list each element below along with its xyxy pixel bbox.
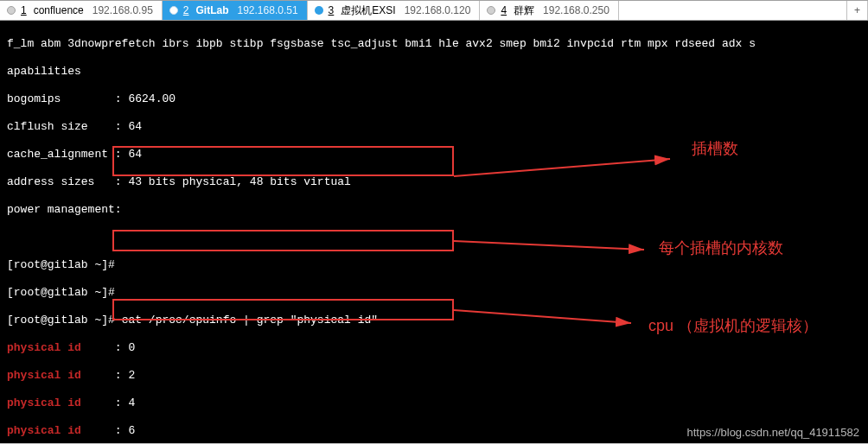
tab-gitlab[interactable]: 2 GitLab 192.168.0.51 <box>163 1 308 20</box>
add-tab-button[interactable]: + <box>847 1 868 20</box>
status-dot <box>7 6 16 15</box>
tab-title: 群辉 <box>514 3 534 18</box>
out-key: physical id <box>7 424 81 437</box>
tab-ip: 192.168.0.95 <box>93 4 153 16</box>
status-dot <box>487 6 495 15</box>
kv-key: bogomips <box>7 92 115 105</box>
tab-ip: 192.168.0.120 <box>405 4 471 16</box>
tab-ip: 192.168.0.250 <box>543 4 610 16</box>
status-dot <box>169 6 178 15</box>
cpu-flags-line: f_lm abm 3dnowprefetch ibrs ibpb stibp f… <box>7 37 863 51</box>
tab-ip: 192.168.0.51 <box>238 4 298 16</box>
tab-bar: 1 confluence 192.168.0.95 2 GitLab 192.1… <box>0 0 868 21</box>
status-dot <box>315 6 323 15</box>
out-pad <box>81 424 115 437</box>
tab-title: 虚拟机EXSI <box>341 3 395 18</box>
out-key: physical id <box>7 396 81 409</box>
out-val: : 2 <box>115 369 135 382</box>
svg-line-0 <box>454 159 670 176</box>
out-key: physical id <box>7 341 81 354</box>
annotation-processor: cpu （虚拟机的逻辑核） <box>648 319 818 333</box>
tab-title: confluence <box>34 4 84 16</box>
kv-key: address sizes <box>7 175 115 188</box>
annotation-cores: 每个插槽的内核数 <box>659 241 783 255</box>
kv-key: clflush size <box>7 120 115 133</box>
out-val: : 6 <box>115 424 135 437</box>
tab-spacer <box>619 1 847 20</box>
cmd-physical-id: cat /proc/cpuinfo | grep "physical id" <box>115 314 378 327</box>
out-val: : 0 <box>115 341 135 354</box>
kv-key: power management: <box>7 203 122 216</box>
watermark: https://blog.csdn.net/qq_41911582 <box>687 426 860 440</box>
tab-num: 4 <box>501 4 507 16</box>
tab-num: 3 <box>329 4 335 16</box>
out-val: : 4 <box>115 396 135 409</box>
out-pad <box>81 341 115 354</box>
tab-title: GitLab <box>196 4 229 16</box>
plus-icon: + <box>854 4 860 16</box>
tab-num: 2 <box>183 4 189 16</box>
tab-num: 1 <box>21 4 27 16</box>
prompt: [root@gitlab ~]# <box>7 314 115 327</box>
prompt: [root@gitlab ~]# <box>7 286 115 299</box>
kv-val: : 43 bits physical, 48 bits virtual <box>115 175 351 188</box>
tab-synology[interactable]: 4 群辉 192.168.0.250 <box>480 1 618 20</box>
kv-val: : 64 <box>115 120 142 133</box>
out-pad <box>81 396 115 409</box>
out-key: physical id <box>7 369 81 382</box>
terminal[interactable]: f_lm abm 3dnowprefetch ibrs ibpb stibp f… <box>0 21 868 443</box>
prompt: [root@gitlab ~]# <box>7 258 115 271</box>
out-pad <box>81 369 115 382</box>
kv-val: : 64 <box>115 148 142 161</box>
tab-confluence[interactable]: 1 confluence 192.168.0.95 <box>0 1 163 20</box>
annotation-slots: 插槽数 <box>692 142 738 155</box>
kv-val: : 6624.00 <box>115 92 176 105</box>
kv-key: cache_alignment <box>7 148 115 161</box>
tab-exsi[interactable]: 3 虚拟机EXSI 192.168.0.120 <box>308 1 481 20</box>
cpu-flags-line2: apabilities <box>7 65 863 79</box>
